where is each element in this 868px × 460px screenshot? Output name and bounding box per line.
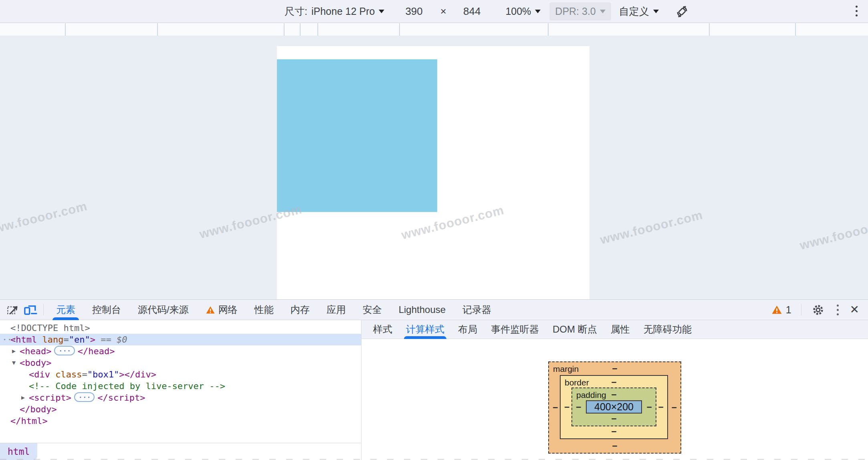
code-attr: class: [50, 369, 82, 379]
sidebar-tab-styles[interactable]: 样式: [366, 320, 399, 339]
tab-elements-label: 元素: [56, 303, 75, 316]
throttling-select[interactable]: 自定义: [619, 5, 659, 18]
inspect-cursor-icon: [6, 303, 19, 316]
expand-inline-button[interactable]: ···: [74, 392, 95, 402]
devtools-kebab-menu[interactable]: [835, 303, 840, 317]
viewport-width-field[interactable]: 390: [405, 5, 422, 18]
box-model-border-label: border: [565, 378, 589, 387]
styles-sidebar-pane: 样式计算样式布局事件监听器DOM 断点属性无障碍功能 margin − − − …: [361, 320, 868, 460]
code-attr: lang: [37, 335, 63, 345]
chevron-down-icon: [653, 10, 659, 13]
sidebar-tab-layout-label: 布局: [458, 323, 477, 336]
box-model-border[interactable]: border − − − − padding − − − −: [560, 375, 668, 439]
dom-tree: <!DOCTYPE html>···<html lang="en"> == $0…: [0, 320, 361, 443]
collapse-arrow-icon[interactable]: ▶: [12, 345, 16, 357]
device-viewport[interactable]: [277, 46, 589, 299]
page-background: [0, 36, 868, 299]
tree-row-comment[interactable]: <!-- Code injected by live-server -->: [0, 380, 361, 392]
tab-memory-label: 内存: [291, 303, 310, 316]
code-flag: ==: [95, 335, 117, 345]
sidebar-tab-event-listeners[interactable]: 事件监听器: [484, 320, 546, 339]
tree-row-html-open[interactable]: ···<html lang="en"> == $0: [0, 334, 361, 345]
zoom-select[interactable]: 100%: [505, 6, 541, 17]
computed-styles-area: margin − − − − border − − − − paddin: [361, 339, 868, 460]
device-select[interactable]: iPhone 12 Pro: [311, 6, 384, 17]
tree-row-script[interactable]: ▶<script>···</script>: [0, 392, 361, 404]
close-devtools-button[interactable]: ✕: [850, 304, 859, 315]
tab-security[interactable]: 安全: [354, 300, 390, 320]
tab-performance[interactable]: 性能: [246, 300, 282, 320]
times-separator: ×: [440, 5, 446, 18]
rotate-button[interactable]: [675, 4, 689, 19]
margin-left-value: −: [553, 403, 558, 412]
code-tag: ></div>: [119, 369, 156, 379]
row-menu-dots-icon[interactable]: ···: [2, 334, 17, 345]
padding-top-value: −: [611, 390, 616, 399]
tab-recorder-label: 记录器: [462, 303, 491, 316]
border-left-value: −: [564, 403, 569, 412]
code-tag: </html>: [10, 416, 48, 426]
viewport-height-field[interactable]: 844: [463, 5, 480, 18]
code-punct: =: [63, 335, 69, 345]
zoom-select-value: 100%: [505, 6, 531, 17]
box-model-content[interactable]: 400×200: [586, 400, 642, 414]
tab-elements[interactable]: 元素: [48, 300, 84, 320]
device-toolbar-icon: [24, 303, 37, 316]
margin-bottom-value: −: [612, 442, 617, 451]
tab-console-label: 控制台: [92, 303, 121, 316]
sidebar-tab-computed[interactable]: 计算样式: [399, 320, 451, 339]
tree-row-html-close[interactable]: </html>: [0, 415, 361, 427]
expand-arrow-icon[interactable]: ▼: [12, 357, 16, 369]
rotate-icon: [675, 4, 689, 19]
warning-icon: [771, 305, 782, 315]
tab-performance-label: 性能: [254, 303, 274, 316]
tree-row-body-open[interactable]: ▼<body>: [0, 357, 361, 369]
tab-memory[interactable]: 内存: [282, 300, 318, 320]
breadcrumb: html: [0, 443, 361, 460]
box-model-margin[interactable]: margin − − − − border − − − − paddin: [548, 361, 681, 454]
sidebar-tab-layout[interactable]: 布局: [451, 320, 484, 339]
code-value: "en": [69, 335, 90, 345]
settings-button[interactable]: [811, 302, 826, 317]
padding-right-value: −: [647, 402, 652, 412]
tab-application[interactable]: 应用: [318, 300, 354, 320]
sidebar-tab-dom-breakpoints[interactable]: DOM 断点: [546, 320, 604, 339]
sidebar-tab-computed-label: 计算样式: [406, 323, 444, 336]
code-tag: <script>: [29, 393, 71, 403]
devtools-panel: 元素控制台源代码/来源网络性能内存应用安全Lighthouse记录器 1: [0, 299, 868, 460]
devtools-window: 尺寸: iPhone 12 Pro 390 × 844 100% DPR: 3.…: [0, 0, 868, 460]
breadcrumb-html[interactable]: html: [0, 443, 37, 460]
expand-inline-button[interactable]: ···: [54, 346, 75, 355]
sidebar-tab-properties-label: 属性: [611, 323, 630, 336]
media-query-bar[interactable]: [0, 23, 868, 36]
tree-row-body-close[interactable]: </body>: [0, 404, 361, 415]
padding-left-value: −: [576, 402, 581, 412]
inspect-element-button[interactable]: [4, 302, 22, 317]
code-tag: <div: [29, 369, 50, 379]
elements-tree-pane: <!DOCTYPE html>···<html lang="en"> == $0…: [0, 320, 361, 460]
tree-row-head[interactable]: ▶<head>···</head>: [0, 345, 361, 357]
margin-top-value: −: [612, 364, 617, 373]
dpr-select[interactable]: DPR: 3.0: [549, 2, 611, 20]
tab-network[interactable]: 网络: [197, 300, 246, 320]
box-model-padding[interactable]: padding − − − − 400×200: [571, 387, 656, 426]
toggle-device-toolbar-button[interactable]: [22, 302, 39, 317]
issues-count: 1: [786, 304, 791, 316]
tree-row-doctype[interactable]: <!DOCTYPE html>: [0, 322, 361, 334]
tab-console[interactable]: 控制台: [84, 300, 129, 320]
toolbar-kebab-menu[interactable]: [856, 6, 858, 16]
active-tab-underline: [404, 336, 446, 339]
collapse-arrow-icon[interactable]: ▶: [21, 392, 25, 404]
sidebar-tab-accessibility[interactable]: 无障碍功能: [637, 320, 698, 339]
tab-lighthouse[interactable]: Lighthouse: [390, 300, 454, 320]
tree-row-div-box1[interactable]: <div class="box1"></div>: [0, 369, 361, 380]
issues-counter[interactable]: 1: [771, 304, 791, 316]
page-blue-box: [277, 59, 437, 212]
padding-bottom-value: −: [611, 414, 616, 424]
margin-right-value: −: [672, 403, 677, 412]
tab-recorder[interactable]: 记录器: [454, 300, 500, 320]
tab-sources[interactable]: 源代码/来源: [129, 300, 197, 320]
device-select-value: iPhone 12 Pro: [311, 6, 375, 17]
code-tag: </script>: [97, 393, 145, 403]
sidebar-tab-properties[interactable]: 属性: [604, 320, 637, 339]
